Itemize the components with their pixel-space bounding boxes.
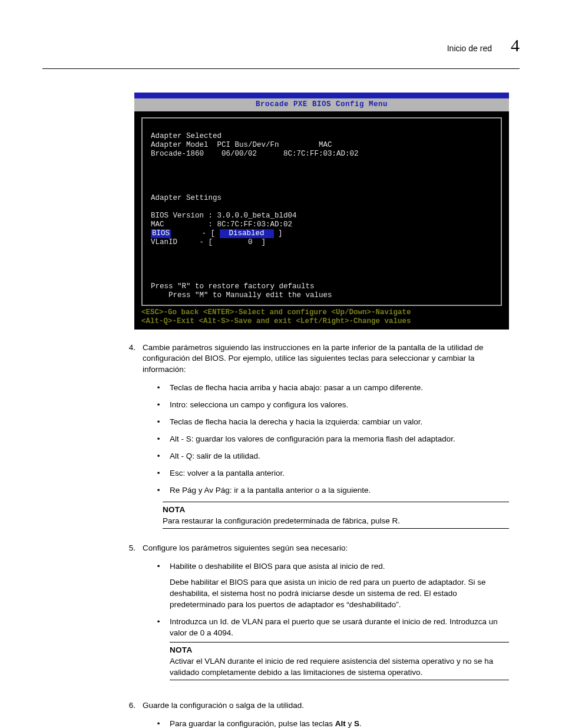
note-body: Activar el VLAN durante el inicio de red… [170,656,509,678]
page-header: Inicio de red 4 [42,33,520,58]
bios-hint-r: Press "R" to restore factory defaults [151,282,315,291]
note-heading: NOTA [170,645,509,656]
bullet-body: Habilite o deshabilite el BIOS para que … [170,561,509,611]
bios-footer-line1: <ESC>-Go back <ENTER>-Select and configu… [141,308,411,317]
bios-title: Brocade PXE BIOS Config Menu [134,98,509,111]
bullet-icon: • [154,719,163,728]
bullet-text: Introduzca un Id. de VLAN para el puerto… [170,617,498,637]
list-item: •Teclas de flecha hacia arriba y hacia a… [143,383,509,394]
step-6-number: 6. [125,700,135,728]
bullet-text: Re Pág y Av Pág: ir a la pantalla anteri… [170,485,509,496]
bios-settings-hdr: Adapter Settings [151,194,222,202]
bios-footer: <ESC>-Go back <ENTER>-Select and configu… [141,306,502,326]
bullet-icon: • [154,617,163,689]
list-item: •Esc: volver a la pantalla anterior. [143,468,509,479]
step-5-number: 5. [125,543,135,694]
bios-col-mac: MAC [319,141,332,149]
list-item: • Introduzca un Id. de VLAN para el puer… [143,617,509,689]
bios-bios-val: Disabled [220,229,274,238]
step-5-intro: Configure los parámetros siguientes segú… [143,543,348,552]
bullet-text: Intro: selecciona un campo y configura l… [170,400,509,411]
step-6-bullets: • Para guardar la configuración, pulse l… [143,719,509,728]
bios-row-pci: 06/00/02 [222,150,257,158]
step-4-number: 4. [125,342,135,538]
bullet-text: Teclas de flecha hacia arriba y hacia ab… [170,383,509,394]
note-rule-top [163,502,509,502]
text-frag: y [346,719,354,728]
note-rule-top [170,642,509,643]
bullet-text: Alt - S: guardar los valores de configur… [170,434,509,445]
bios-ver-label: BIOS Version : [151,212,213,220]
bios-frame: Adapter Selected Adapter Model PCI Bus/D… [141,117,502,306]
bullet-icon: • [154,383,163,394]
bios-body: Adapter Selected Adapter Model PCI Bus/D… [134,111,509,330]
bullet-text: Alt - Q: salir de la utilidad. [170,451,509,462]
numbered-steps: 4. Cambie parámetros siguiendo las instr… [42,342,520,729]
bullet-body: Introduzca un Id. de VLAN para el puerto… [170,617,509,689]
note-rule-bottom [163,528,509,529]
bios-ver: 3.0.0.0_beta_bld04 [217,212,297,220]
list-item: •Intro: selecciona un campo y configura … [143,400,509,411]
step-5-bullets: • Habilite o deshabilite el BIOS para qu… [143,561,509,689]
step-4-intro: Cambie parámetros siguiendo las instrucc… [143,343,484,374]
bullet-icon: • [154,561,163,611]
bios-vlan-val: 0 [248,238,253,246]
bios-adapter-selected: Adapter Selected [151,132,222,140]
note-rule-bottom [170,680,509,680]
step-4: 4. Cambie parámetros siguiendo las instr… [42,342,520,538]
bullet-icon: • [154,400,163,411]
bullet-icon: • [154,485,163,496]
key-label: S [354,719,359,728]
bios-footer-line2: <Alt-Q>-Exit <Alt-S>-Save and exit <Left… [141,317,411,325]
bullet-icon: • [154,468,163,479]
step-6-body: Guarde la configuración o salga de la ut… [143,700,509,728]
bios-mac-val: 8C:7C:FF:03:AD:02 [217,220,293,229]
step-6-intro: Guarde la configuración o salga de la ut… [143,701,304,710]
bios-hint-m: Press "M" to Manually edit the values [168,291,332,299]
text-frag: Para guardar la configuración, pulse las… [170,719,335,728]
bios-vlan-label: VLanID [151,238,177,246]
bios-row-mac: 8C:7C:FF:03:AD:02 [283,150,359,158]
list-item: •Alt - Q: salir de la utilidad. [143,451,509,462]
bullet-icon: • [154,434,163,445]
bios-col-pci: PCI Bus/Dev/Fn [217,141,279,149]
bios-mac-label: MAC [151,220,164,229]
list-item: • Habilite o deshabilite el BIOS para qu… [143,561,509,611]
bios-top-bar [134,93,509,98]
bullet-text: Habilite o deshabilite el BIOS para que … [170,562,385,571]
step-4-body: Cambie parámetros siguiendo las instrucc… [143,342,509,538]
bios-bios-label: BIOS [151,229,171,238]
bullet-icon: • [154,451,163,462]
step-5-note: NOTA Activar el VLAN durante el inicio d… [170,642,509,680]
header-rule [42,68,520,69]
note-body: Para restaurar la configuración predeter… [163,516,509,527]
bullet-text: Teclas de flecha hacia la derecha y haci… [170,417,509,428]
step-5-body: Configure los parámetros siguientes segú… [143,543,509,694]
bullet-sub-para: Debe habilitar el BIOS para que asista u… [170,577,509,611]
step-4-bullets: •Teclas de flecha hacia arriba y hacia a… [143,383,509,496]
chapter-number: 4 [511,33,520,58]
bullet-icon: • [154,417,163,428]
step-5: 5. Configure los parámetros siguientes s… [42,543,520,694]
bios-screenshot: Brocade PXE BIOS Config Menu Adapter Sel… [134,93,509,330]
section-title: Inicio de red [447,43,492,55]
bullet-body: Para guardar la configuración, pulse las… [170,719,509,728]
text-frag: . [359,719,362,728]
note-heading: NOTA [163,505,509,516]
list-item: •Teclas de flecha hacia la derecha y hac… [143,417,509,428]
bios-col-model: Adapter Model [151,141,209,149]
bullet-text: Esc: volver a la pantalla anterior. [170,468,509,479]
key-label: Alt [335,719,346,728]
list-item: • Para guardar la configuración, pulse l… [143,719,509,728]
list-item: •Re Pág y Av Pág: ir a la pantalla anter… [143,485,509,496]
step-6: 6. Guarde la configuración o salga de la… [42,700,520,728]
step-4-note: NOTA Para restaurar la configuración pre… [163,502,509,529]
bios-row-model: Brocade-1860 [151,150,204,158]
list-item: •Alt - S: guardar los valores de configu… [143,434,509,445]
